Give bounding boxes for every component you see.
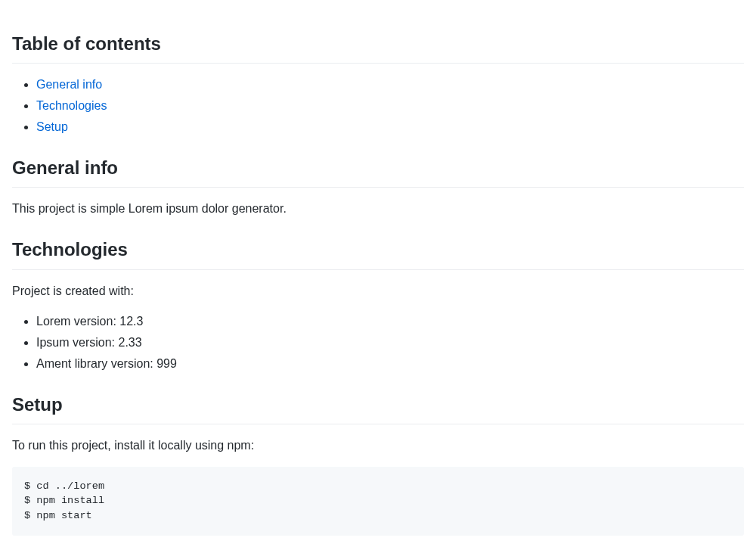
toc-heading: Table of contents	[12, 30, 744, 64]
list-item: Lorem version: 12.3	[36, 312, 744, 331]
general-info-heading: General info	[12, 154, 744, 188]
general-info-body: This project is simple Lorem ipsum dolor…	[12, 200, 744, 218]
toc-link-setup[interactable]: Setup	[36, 120, 68, 133]
setup-heading: Setup	[12, 391, 744, 424]
list-item: Ipsum version: 2.33	[36, 334, 744, 352]
toc-link-technologies[interactable]: Technologies	[36, 99, 107, 112]
toc-list: General info Technologies Setup	[12, 76, 744, 136]
toc-link-general-info[interactable]: General info	[36, 78, 102, 91]
list-item: Technologies	[36, 97, 744, 115]
setup-intro: To run this project, install it locally …	[12, 437, 744, 455]
setup-code-block: $ cd ../lorem $ npm install $ npm start	[12, 467, 744, 536]
technologies-intro: Project is created with:	[12, 282, 744, 300]
list-item: Setup	[36, 118, 744, 136]
technologies-heading: Technologies	[12, 236, 744, 269]
list-item: General info	[36, 76, 744, 94]
list-item: Ament library version: 999	[36, 355, 744, 373]
technologies-list: Lorem version: 12.3 Ipsum version: 2.33 …	[12, 312, 744, 373]
